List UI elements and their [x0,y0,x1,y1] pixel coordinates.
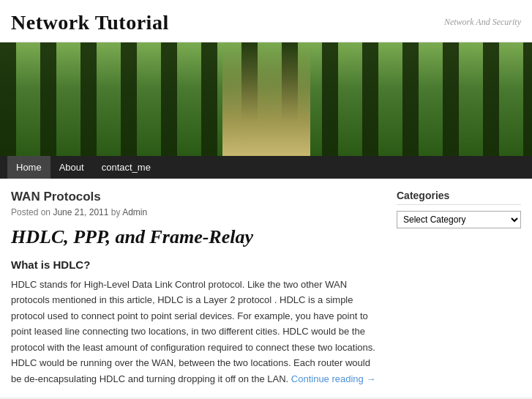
main-content: WAN Protocols Posted on June 21, 2011 by… [11,190,382,387]
post-date[interactable]: June 21, 2011 [53,207,108,217]
post-category: WAN Protocols [11,190,382,204]
site-title: Network Tutorial [11,11,169,34]
hero-image [0,42,532,156]
post-heading: HDLC, PPP, and Frame-Relay [11,226,382,248]
header: Network Tutorial Network And Security [11,11,521,34]
post-body: HDLC stands for High-Level Data Link Con… [11,277,382,387]
sidebar: Categories Select Category Network Secur… [397,190,521,387]
post-meta: Posted on June 21, 2011 by Admin [11,207,382,217]
nav-item-contact[interactable]: contact_me [93,156,160,179]
read-more-link[interactable]: Continue reading → [291,373,376,384]
nav-item-home[interactable]: Home [7,156,50,179]
post-subheading: What is HDLC? [11,258,382,271]
categories-select[interactable]: Select Category Network Security WAN Pro… [397,211,521,228]
navigation: Home About contact_me [0,156,532,179]
nav-item-about[interactable]: About [50,156,93,179]
post-author[interactable]: Admin [122,207,147,217]
blog-post: WAN Protocols Posted on June 21, 2011 by… [11,190,382,387]
categories-title: Categories [397,190,521,205]
categories-widget: Categories Select Category Network Secur… [397,190,521,228]
site-tagline: Network And Security [444,11,521,28]
